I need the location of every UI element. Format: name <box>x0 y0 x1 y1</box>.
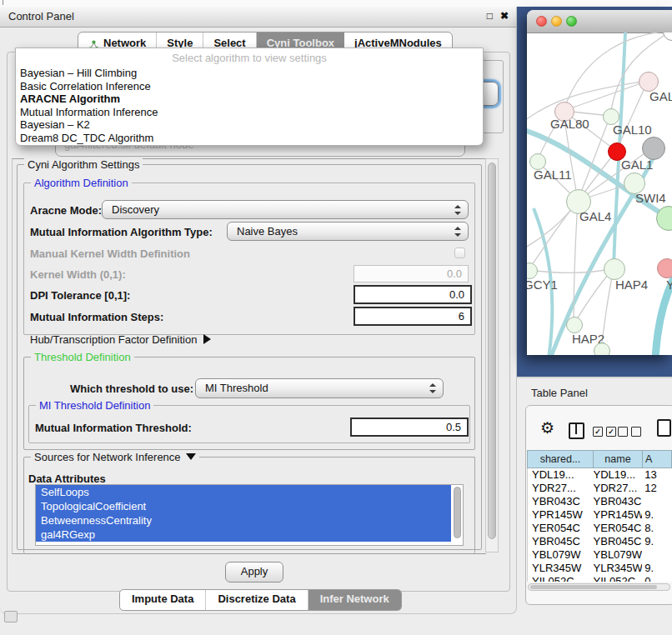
dropdown-item-dream8[interactable]: Dream8 DC_TDC Algorithm <box>16 132 483 145</box>
hub-definition-expander[interactable]: Hub/Transcription Factor Definition <box>30 333 211 346</box>
which-threshold-combobox[interactable]: MI Threshold <box>195 378 444 398</box>
table-row[interactable]: YLR345WYLR345W9. <box>528 562 672 575</box>
data-attributes-list[interactable]: SelfLoops TopologicalCoefficient Between… <box>35 484 464 546</box>
network-window-titlebar[interactable] <box>527 10 672 33</box>
table-cell: YDR27... <box>528 482 594 495</box>
control-panel-titlebar: Control Panel □ ✖ <box>0 7 516 28</box>
select-all-columns-icon[interactable]: ✓ ✓ <box>593 427 616 437</box>
manual-kernel-width-checkbox[interactable] <box>454 248 465 258</box>
table-hscrollbar-thumb[interactable] <box>530 585 657 589</box>
dpi-tolerance-field[interactable]: 0.0 <box>354 285 472 304</box>
table-row[interactable]: YIL052CYIL052C0. <box>528 575 672 582</box>
table-row[interactable]: YPR145WYPR145W9. <box>528 508 672 522</box>
network-node[interactable] <box>566 317 583 333</box>
table-cell: YPR145W <box>594 508 643 522</box>
kernel-width-field: 0.0 <box>354 265 469 282</box>
column-header-name[interactable]: name <box>593 450 642 468</box>
column-header-shared-name[interactable]: shared... <box>527 450 593 468</box>
mi-steps-value: 6 <box>459 308 464 324</box>
mi-algorithm-type-combobox[interactable]: Naive Bayes <box>227 222 469 241</box>
network-node-label: Y <box>666 278 672 292</box>
checked-box-icon: ✓ <box>606 427 616 437</box>
close-panel-icon[interactable]: ✖ <box>500 10 509 22</box>
table-row[interactable]: YER054CYER054C8. <box>528 522 672 535</box>
settings-scrollbar[interactable] <box>485 158 499 552</box>
float-window-icon[interactable]: □ <box>487 10 493 22</box>
dpi-tolerance-label: DPI Tolerance [0,1]: <box>30 289 130 302</box>
aracne-mode-label: Aracne Mode: <box>30 204 102 217</box>
tab-discretize-data[interactable]: Discretize Data <box>206 590 308 610</box>
table-cell: YIL052C <box>594 575 643 582</box>
list-item-selected[interactable]: SelfLoops <box>36 485 451 499</box>
sources-group-title[interactable]: Sources for Network Inference <box>31 451 199 463</box>
network-node-label: GAL <box>649 89 672 103</box>
mi-steps-field[interactable]: 6 <box>354 307 472 326</box>
table-row[interactable]: YDR27...YDR27...12 <box>528 482 672 495</box>
combo-arrows-icon <box>429 382 436 394</box>
table-cell: 13 <box>642 468 672 482</box>
table-panel-separator <box>517 377 672 378</box>
table-horizontal-scrollbar[interactable] <box>528 583 670 591</box>
dropdown-item-aracne[interactable]: ARACNE Algorithm <box>16 92 483 106</box>
dropdown-item-bayesian-k2[interactable]: Bayesian – K2 <box>16 118 483 132</box>
network-icon <box>88 38 99 48</box>
settings-scrollbar-thumb[interactable] <box>488 162 496 539</box>
list-item-selected[interactable]: gal4RGexp <box>36 528 451 542</box>
aracne-mode-value: Discovery <box>112 201 159 219</box>
table-cell: YDL19... <box>594 468 643 482</box>
network-node[interactable] <box>657 258 672 278</box>
table-cell: YLR345W <box>594 562 643 575</box>
mi-threshold-field[interactable]: 0.5 <box>350 418 469 437</box>
table-cell: YBR043C <box>528 495 594 508</box>
network-node[interactable] <box>642 137 665 160</box>
network-node-label: GCY1 <box>527 278 558 292</box>
list-item-selected[interactable]: TopologicalCoefficient <box>36 499 451 513</box>
kernel-width-value: 0.0 <box>447 266 462 282</box>
table-cell: YER054C <box>594 522 643 535</box>
list-item-selected[interactable]: BetweennessCentrality <box>36 513 451 528</box>
network-node-label: GAL10 <box>613 122 652 137</box>
column-header-partial[interactable]: A <box>642 450 672 468</box>
mi-algorithm-type-label: Mutual Information Algorithm Type: <box>30 226 213 238</box>
export-table-file-icon[interactable] <box>657 419 671 437</box>
network-canvas[interactable]: GALGAL80GAL10GAL11GAL1SWI4GAL4GCY1HAP4YH… <box>527 32 672 355</box>
attributes-scrollbar-thumb[interactable] <box>454 487 461 538</box>
which-threshold-label: Which threshold to use: <box>70 382 193 395</box>
expand-right-arrow-icon <box>203 334 211 344</box>
tab-infer-network[interactable]: Infer Network <box>308 590 401 610</box>
mi-threshold-label: Mutual Information Threshold: <box>35 422 192 434</box>
close-traffic-light[interactable] <box>536 16 547 27</box>
network-node[interactable] <box>594 342 610 355</box>
table-cell: YBR045C <box>528 535 594 548</box>
tab-impute-data[interactable]: Impute Data <box>120 590 206 610</box>
apply-button[interactable]: Apply <box>225 562 283 582</box>
table-cell: YBL079W <box>594 548 643 562</box>
show-columns-icon[interactable] <box>569 422 584 439</box>
data-attributes-label: Data Attributes <box>28 472 106 485</box>
aracne-mode-combobox[interactable]: Discovery <box>102 200 469 219</box>
top-strip-tick <box>3 0 3 5</box>
table-row[interactable]: YBR043CYBR043C <box>528 495 672 508</box>
dropdown-item-bayesian-hill-climbing[interactable]: Bayesian – Hill Climbing <box>16 67 483 80</box>
hub-definition-label: Hub/Transcription Factor Definition <box>30 333 197 346</box>
table-cell: YIL052C <box>528 575 594 582</box>
table-row[interactable]: YBR045CYBR045C9. <box>528 535 672 548</box>
table-row[interactable]: YBL079WYBL079W <box>528 548 672 562</box>
mi-threshold-value: 0.5 <box>446 419 461 435</box>
checked-box-icon: ✓ <box>593 427 603 437</box>
deselect-all-columns-icon[interactable] <box>618 427 641 437</box>
table-settings-gear-icon[interactable]: ⚙ <box>540 420 554 437</box>
dropdown-item-mutual-information[interactable]: Mutual Information Inference <box>16 106 483 119</box>
table-row[interactable]: YDL19...YDL19...13 <box>528 468 672 482</box>
table-cell: YLR345W <box>528 562 594 575</box>
table-cell: YBL079W <box>528 548 594 562</box>
table-cell: YDR27... <box>594 482 643 495</box>
minimized-panel-icon[interactable] <box>4 611 18 622</box>
mi-steps-label: Mutual Information Steps: <box>30 311 163 323</box>
minimize-traffic-light[interactable] <box>551 16 562 27</box>
which-threshold-value: MI Threshold <box>205 379 268 398</box>
cyni-algorithm-settings-title: Cyni Algorithm Settings <box>24 158 143 171</box>
zoom-traffic-light[interactable] <box>566 16 577 27</box>
algorithm-definition-title: Algorithm Definition <box>31 177 132 189</box>
dropdown-item-basic-correlation[interactable]: Basic Correlation Inference <box>16 80 483 93</box>
